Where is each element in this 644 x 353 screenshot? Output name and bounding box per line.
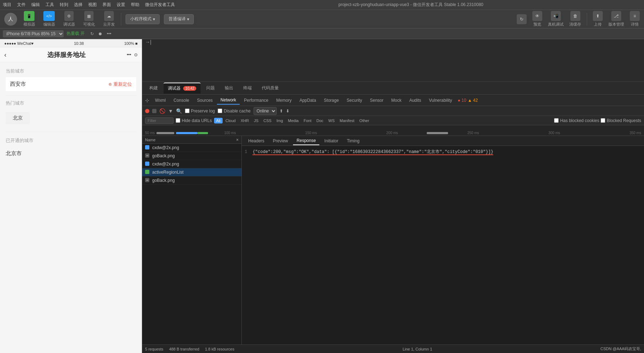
menu-help[interactable]: 帮助 bbox=[131, 2, 139, 8]
tab-build[interactable]: 构建 bbox=[145, 83, 162, 93]
subtab-audits[interactable]: Audits bbox=[406, 96, 425, 104]
subtab-security[interactable]: Security bbox=[343, 96, 366, 104]
cursor-icon[interactable]: ⊹ bbox=[144, 98, 151, 103]
more-icon[interactable]: ••• bbox=[107, 31, 111, 36]
subtab-network[interactable]: Network bbox=[217, 96, 240, 105]
menu-settings[interactable]: 设置 bbox=[117, 2, 125, 8]
tab-output[interactable]: 输出 bbox=[220, 83, 238, 93]
record-icon[interactable]: ⏺ bbox=[98, 31, 102, 36]
menu-tools[interactable]: 工具 bbox=[46, 2, 54, 8]
tab-response[interactable]: Response bbox=[293, 137, 319, 145]
visualize-button[interactable]: ▦ 可视化 bbox=[81, 11, 97, 27]
menu-interface[interactable]: 界面 bbox=[102, 2, 111, 8]
filter-js[interactable]: JS bbox=[252, 118, 261, 123]
filter-doc[interactable]: Doc bbox=[314, 118, 326, 123]
status-author: CSDN @AAA码农宝哥, bbox=[601, 346, 641, 352]
disable-cache-checkbox[interactable] bbox=[218, 109, 222, 113]
tab-issues[interactable]: 问题 bbox=[202, 83, 219, 93]
has-blocked-cookies-label[interactable]: Has blocked cookies bbox=[554, 118, 599, 123]
tab-terminal[interactable]: 终端 bbox=[239, 83, 256, 93]
subtab-wxml[interactable]: Wxml bbox=[151, 96, 169, 104]
request-item-2[interactable]: cxdw@2x.png bbox=[142, 160, 241, 168]
subtab-vulnerability[interactable]: Vulnerability bbox=[425, 96, 456, 104]
editor-button[interactable]: </> 编辑器 bbox=[41, 11, 57, 27]
cloud-button[interactable]: ☁ 云开发 bbox=[101, 11, 117, 27]
clear-cache-button[interactable]: 🗑 清缓存 bbox=[569, 11, 581, 27]
compile-select[interactable]: 普通编译 ▾ bbox=[164, 14, 194, 24]
subtab-console[interactable]: Console bbox=[170, 96, 193, 104]
blocked-requests-label[interactable]: Blocked Requests bbox=[601, 118, 641, 123]
search-button[interactable]: 🔍 bbox=[176, 108, 182, 114]
filter-cloud[interactable]: Cloud bbox=[223, 118, 238, 123]
filter-ws[interactable]: WS bbox=[326, 118, 337, 123]
upload-button[interactable]: ⬆ 上传 bbox=[593, 11, 603, 27]
hot-city-button[interactable]: 北京 bbox=[6, 112, 30, 124]
tab-headers[interactable]: Headers bbox=[245, 137, 268, 145]
request-item-4[interactable]: ⬅ goBack.png bbox=[142, 176, 241, 185]
menu-select[interactable]: 选择 bbox=[74, 2, 83, 8]
menu-goto[interactable]: 转到 bbox=[60, 2, 68, 8]
preserve-log-label[interactable]: Preserve log bbox=[185, 109, 215, 114]
nav-more-icon[interactable]: ••• bbox=[127, 52, 131, 57]
tab-debugger[interactable]: 调试器 10,42 bbox=[164, 83, 201, 94]
menu-wechat-dev[interactable]: 微信开发者工具 bbox=[145, 2, 175, 8]
subtab-memory[interactable]: Memory bbox=[273, 96, 295, 104]
hide-data-urls-checkbox[interactable] bbox=[176, 118, 180, 123]
record-button[interactable] bbox=[145, 109, 149, 113]
menu-view[interactable]: 视图 bbox=[88, 2, 97, 8]
subtab-mock[interactable]: Mock bbox=[388, 96, 405, 104]
close-panel-button[interactable]: × bbox=[236, 137, 239, 142]
tab-timing[interactable]: Timing bbox=[343, 137, 363, 145]
filter-input[interactable] bbox=[145, 117, 174, 124]
network-throttle-select[interactable]: Online bbox=[254, 107, 277, 115]
blocked-requests-checkbox[interactable] bbox=[601, 118, 605, 123]
filter-other[interactable]: Other bbox=[357, 118, 372, 123]
filter-img[interactable]: Img bbox=[274, 118, 285, 123]
filter-manifest[interactable]: Manifest bbox=[337, 118, 357, 123]
subtab-performance[interactable]: Performance bbox=[240, 96, 272, 104]
mode-select[interactable]: 小程序模式 ▾ bbox=[126, 14, 160, 24]
filter-media[interactable]: Media bbox=[286, 118, 301, 123]
hot-reload-toggle[interactable]: 热重载 开 bbox=[66, 31, 85, 37]
devtools-sub-tabs: ⊹ Wxml Console Sources Network Performan… bbox=[142, 95, 644, 106]
menu-edit[interactable]: 编辑 bbox=[31, 2, 40, 8]
request-item-3[interactable]: activeRegionList bbox=[142, 168, 241, 176]
filter-xhr[interactable]: XHR bbox=[239, 118, 251, 123]
response-content-underlined: {"code":200,"msg":"OK","data": [{"id":"1… bbox=[252, 149, 493, 155]
device-select[interactable]: iPhone 6/7/8 Plus 85% 15 bbox=[3, 30, 64, 37]
preserve-log-checkbox[interactable] bbox=[185, 109, 190, 113]
simulator-button[interactable]: 📱 模拟器 bbox=[21, 11, 37, 27]
menu-project[interactable]: 项目 bbox=[3, 2, 11, 8]
request-item-1[interactable]: ⬅ goBack.png bbox=[142, 152, 241, 160]
refresh-button[interactable]: ↻ bbox=[517, 14, 527, 24]
filter-all[interactable]: All bbox=[214, 118, 223, 123]
nav-target-icon[interactable]: ⊙ bbox=[134, 52, 138, 57]
response-body: 1 {"code":200,"msg":"OK","data": [{"id":… bbox=[242, 146, 644, 344]
subtab-appdata[interactable]: AppData bbox=[296, 96, 320, 104]
filter-css[interactable]: CSS bbox=[261, 118, 274, 123]
relocate-button[interactable]: ⊕ 重新定位 bbox=[108, 81, 132, 88]
tab-preview[interactable]: Preview bbox=[269, 137, 292, 145]
refresh-icon-small[interactable]: ↻ bbox=[90, 31, 94, 36]
detail-button[interactable]: ≡ 详情 bbox=[630, 11, 640, 27]
version-button[interactable]: ⎇ 版本管理 bbox=[608, 11, 624, 27]
hide-data-urls-label[interactable]: Hide data URLs bbox=[176, 118, 212, 123]
clear-button[interactable]: 🚫 bbox=[159, 108, 165, 114]
disable-cache-label[interactable]: Disable cache bbox=[218, 109, 250, 114]
filter-types: All Cloud XHR JS CSS Img Media Font Doc … bbox=[214, 118, 371, 123]
tab-initiator[interactable]: Initiator bbox=[321, 137, 342, 145]
filter-font[interactable]: Font bbox=[302, 118, 314, 123]
real-device-button[interactable]: 📲 真机调试 bbox=[548, 11, 564, 27]
preview-button[interactable]: 👁 预览 bbox=[532, 11, 542, 27]
subtab-storage[interactable]: Storage bbox=[320, 96, 342, 104]
filter-button[interactable]: ▼ bbox=[168, 108, 173, 114]
stop-button[interactable] bbox=[152, 109, 156, 113]
tab-code-quality[interactable]: 代码质量 bbox=[257, 83, 283, 93]
debugger-button[interactable]: ⚙ 调试器 bbox=[61, 11, 77, 27]
status-transferred: 488 B transferred bbox=[169, 347, 199, 351]
subtab-sources[interactable]: Sources bbox=[193, 96, 216, 104]
has-blocked-cookies-checkbox[interactable] bbox=[554, 118, 559, 123]
subtab-sensor[interactable]: Sensor bbox=[366, 96, 387, 104]
request-item-0[interactable]: cxdw@2x.png bbox=[142, 144, 241, 152]
menu-file[interactable]: 文件 bbox=[17, 2, 26, 8]
